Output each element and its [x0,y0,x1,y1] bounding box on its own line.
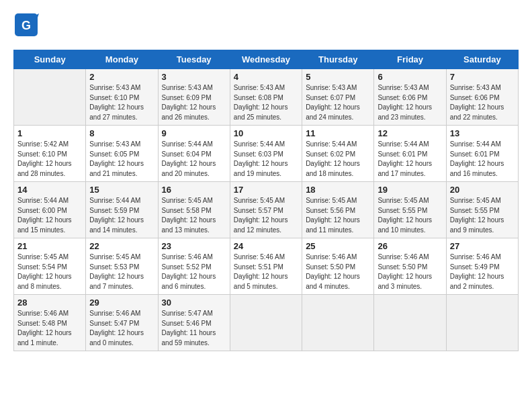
day-number: 10 [234,128,298,138]
day-number: 2 [89,72,154,82]
calendar-cell: 4Sunrise: 5:43 AM Sunset: 6:08 PM Daylig… [230,69,302,126]
cell-info: Sunrise: 5:46 AM Sunset: 5:50 PM Dayligh… [306,253,370,291]
cell-info: Sunrise: 5:42 AM Sunset: 6:10 PM Dayligh… [17,140,82,179]
calendar-cell [14,69,86,126]
header-thursday: Thursday [302,50,374,69]
day-number: 5 [306,72,370,82]
calendar-cell: 6Sunrise: 5:43 AM Sunset: 6:06 PM Daylig… [374,69,446,126]
day-number: 22 [89,241,154,251]
day-number: 3 [162,72,226,82]
calendar-cell: 21Sunrise: 5:45 AM Sunset: 5:54 PM Dayli… [14,238,86,295]
calendar-cell: 25Sunrise: 5:46 AM Sunset: 5:50 PM Dayli… [302,238,374,295]
cell-info: Sunrise: 5:45 AM Sunset: 5:58 PM Dayligh… [162,196,226,235]
cell-info: Sunrise: 5:45 AM Sunset: 5:55 PM Dayligh… [450,196,515,235]
day-number: 30 [162,298,226,308]
day-number: 27 [450,241,515,251]
calendar-cell: 26Sunrise: 5:46 AM Sunset: 5:50 PM Dayli… [374,238,446,295]
day-number: 16 [162,185,226,195]
day-number: 4 [234,72,298,82]
cell-info: Sunrise: 5:45 AM Sunset: 5:54 PM Dayligh… [17,253,82,291]
cell-info: Sunrise: 5:43 AM Sunset: 6:09 PM Dayligh… [162,83,226,122]
cell-info: Sunrise: 5:44 AM Sunset: 6:01 PM Dayligh… [378,140,442,179]
calendar-cell: 29Sunrise: 5:46 AM Sunset: 5:47 PM Dayli… [86,295,158,351]
day-number: 1 [17,128,82,138]
calendar-cell [230,295,302,351]
day-number: 15 [89,185,154,195]
svg-text:G: G [21,19,31,32]
logo: G [13,12,43,40]
day-number: 17 [234,185,298,195]
cell-info: Sunrise: 5:43 AM Sunset: 6:05 PM Dayligh… [89,140,154,179]
cell-info: Sunrise: 5:43 AM Sunset: 6:06 PM Dayligh… [378,83,442,122]
calendar-cell: 14Sunrise: 5:44 AM Sunset: 6:00 PM Dayli… [14,182,86,238]
cell-info: Sunrise: 5:44 AM Sunset: 6:03 PM Dayligh… [234,140,298,179]
header: G [13,12,519,40]
day-number: 26 [378,241,442,251]
day-number: 24 [234,241,298,251]
calendar-cell: 1Sunrise: 5:42 AM Sunset: 6:10 PM Daylig… [14,126,86,182]
header-monday: Monday [86,50,158,69]
cell-info: Sunrise: 5:46 AM Sunset: 5:49 PM Dayligh… [450,253,515,291]
calendar-cell: 15Sunrise: 5:44 AM Sunset: 5:59 PM Dayli… [86,182,158,238]
cell-info: Sunrise: 5:46 AM Sunset: 5:48 PM Dayligh… [17,309,82,348]
cell-info: Sunrise: 5:47 AM Sunset: 5:46 PM Dayligh… [162,309,226,348]
day-number: 28 [17,298,82,308]
calendar-cell: 3Sunrise: 5:43 AM Sunset: 6:09 PM Daylig… [158,69,230,126]
calendar-cell: 18Sunrise: 5:45 AM Sunset: 5:56 PM Dayli… [302,182,374,238]
cell-info: Sunrise: 5:44 AM Sunset: 5:59 PM Dayligh… [89,196,154,235]
header-wednesday: Wednesday [230,50,302,69]
day-number: 8 [89,128,154,138]
header-friday: Friday [374,50,446,69]
day-number: 14 [17,185,82,195]
header-sunday: Sunday [14,50,86,69]
calendar-cell: 28Sunrise: 5:46 AM Sunset: 5:48 PM Dayli… [14,295,86,351]
calendar-cell: 17Sunrise: 5:45 AM Sunset: 5:57 PM Dayli… [230,182,302,238]
calendar-cell: 30Sunrise: 5:47 AM Sunset: 5:46 PM Dayli… [158,295,230,351]
calendar-cell: 12Sunrise: 5:44 AM Sunset: 6:01 PM Dayli… [374,126,446,182]
day-number: 18 [306,185,370,195]
calendar-cell: 8Sunrise: 5:43 AM Sunset: 6:05 PM Daylig… [86,126,158,182]
calendar-cell: 24Sunrise: 5:46 AM Sunset: 5:51 PM Dayli… [230,238,302,295]
calendar-week-4: 28Sunrise: 5:46 AM Sunset: 5:48 PM Dayli… [14,295,519,351]
calendar-cell: 23Sunrise: 5:46 AM Sunset: 5:52 PM Dayli… [158,238,230,295]
cell-info: Sunrise: 5:43 AM Sunset: 6:08 PM Dayligh… [234,83,298,122]
cell-info: Sunrise: 5:46 AM Sunset: 5:52 PM Dayligh… [162,253,226,291]
calendar-cell: 22Sunrise: 5:45 AM Sunset: 5:53 PM Dayli… [86,238,158,295]
cell-info: Sunrise: 5:44 AM Sunset: 6:04 PM Dayligh… [162,140,226,179]
header-tuesday: Tuesday [158,50,230,69]
page: G SundayMondayTuesdayWednesdayThursdayFr… [0,0,532,358]
cell-info: Sunrise: 5:45 AM Sunset: 5:56 PM Dayligh… [306,196,370,235]
calendar-cell: 13Sunrise: 5:44 AM Sunset: 6:01 PM Dayli… [446,126,518,182]
calendar-table: SundayMondayTuesdayWednesdayThursdayFrid… [13,50,519,351]
calendar-cell: 10Sunrise: 5:44 AM Sunset: 6:03 PM Dayli… [230,126,302,182]
calendar-cell: 5Sunrise: 5:43 AM Sunset: 6:07 PM Daylig… [302,69,374,126]
cell-info: Sunrise: 5:44 AM Sunset: 6:00 PM Dayligh… [17,196,82,235]
calendar-cell: 27Sunrise: 5:46 AM Sunset: 5:49 PM Dayli… [446,238,518,295]
cell-info: Sunrise: 5:46 AM Sunset: 5:47 PM Dayligh… [89,309,154,348]
calendar-cell: 2Sunrise: 5:43 AM Sunset: 6:10 PM Daylig… [86,69,158,126]
cell-info: Sunrise: 5:45 AM Sunset: 5:55 PM Dayligh… [378,196,442,235]
cell-info: Sunrise: 5:44 AM Sunset: 6:01 PM Dayligh… [450,140,515,179]
day-number: 20 [450,185,515,195]
calendar-cell [374,295,446,351]
day-number: 13 [450,128,515,138]
cell-info: Sunrise: 5:45 AM Sunset: 5:57 PM Dayligh… [234,196,298,235]
calendar-cell: 20Sunrise: 5:45 AM Sunset: 5:55 PM Dayli… [446,182,518,238]
calendar-cell: 7Sunrise: 5:43 AM Sunset: 6:06 PM Daylig… [446,69,518,126]
calendar-week-3: 21Sunrise: 5:45 AM Sunset: 5:54 PM Dayli… [14,238,519,295]
calendar-cell: 16Sunrise: 5:45 AM Sunset: 5:58 PM Dayli… [158,182,230,238]
calendar-cell: 19Sunrise: 5:45 AM Sunset: 5:55 PM Dayli… [374,182,446,238]
day-number: 9 [162,128,226,138]
cell-info: Sunrise: 5:43 AM Sunset: 6:10 PM Dayligh… [89,83,154,122]
calendar-week-1: 1Sunrise: 5:42 AM Sunset: 6:10 PM Daylig… [14,126,519,182]
cell-info: Sunrise: 5:43 AM Sunset: 6:07 PM Dayligh… [306,83,370,122]
logo-icon: G [13,12,39,38]
cell-info: Sunrise: 5:46 AM Sunset: 5:51 PM Dayligh… [234,253,298,291]
calendar-cell [446,295,518,351]
calendar-week-0: 2Sunrise: 5:43 AM Sunset: 6:10 PM Daylig… [14,69,519,126]
header-saturday: Saturday [446,50,518,69]
calendar-cell [302,295,374,351]
calendar-header-row: SundayMondayTuesdayWednesdayThursdayFrid… [14,50,519,69]
day-number: 19 [378,185,442,195]
cell-info: Sunrise: 5:46 AM Sunset: 5:50 PM Dayligh… [378,253,442,291]
